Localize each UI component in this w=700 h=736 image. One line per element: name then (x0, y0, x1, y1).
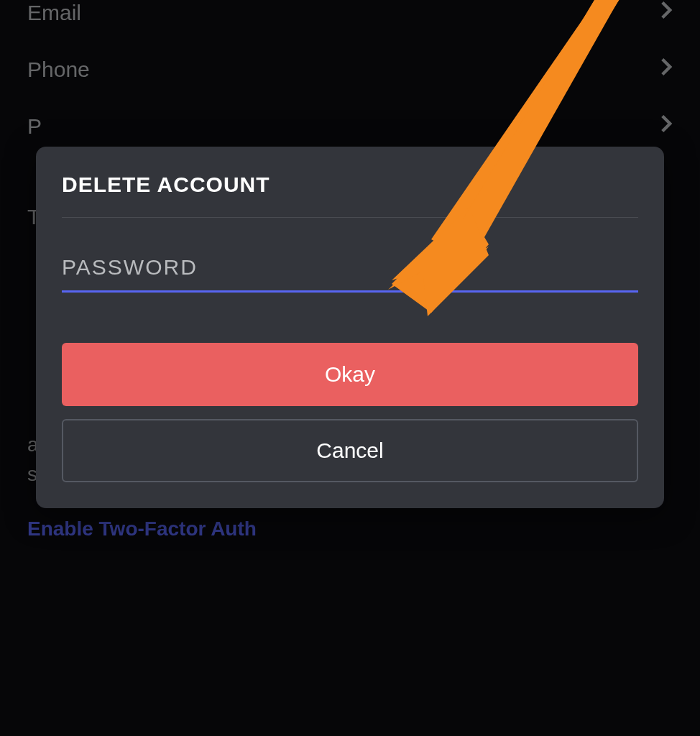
password-field[interactable] (62, 255, 638, 293)
delete-account-modal: DELETE ACCOUNT Okay Cancel (36, 147, 664, 508)
password-underline (62, 290, 638, 293)
okay-button[interactable]: Okay (62, 343, 638, 406)
cancel-button[interactable]: Cancel (62, 419, 638, 482)
modal-divider (62, 217, 638, 218)
modal-title: DELETE ACCOUNT (62, 172, 638, 197)
password-input[interactable] (62, 255, 638, 293)
